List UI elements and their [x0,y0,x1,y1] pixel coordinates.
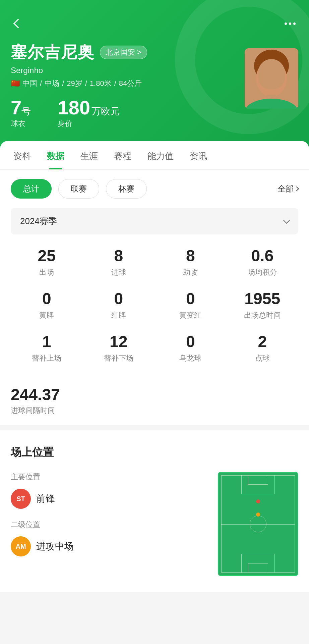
value-label: 身价 [58,119,120,129]
player-info-row: 塞尔吉尼奥 北京国安 > Serginho 🇨🇳 中国 / 中场 / 29岁 /… [11,42,298,129]
position-content: 主要位置 ST 前锋 二级位置 AM 进攻中场 [11,472,298,576]
avatar-svg [245,48,298,109]
more-options-button[interactable] [282,20,298,28]
yellow-label: 黄牌 [39,310,54,320]
goals-value: 8 [114,248,123,264]
stats-row-1: 25 出场 8 进球 8 助攻 0.6 场均积分 [11,248,298,277]
primary-position-group: 主要位置 ST 前锋 [11,472,207,509]
appearances-label: 出场 [39,267,54,277]
assists-label: 助攻 [183,267,198,277]
own-goal-value: 0 [186,334,195,350]
stat-total-time: 1955 出场总时间 [227,291,299,320]
secondary-pos-icon: AM [11,536,31,556]
chevron-right-icon [294,186,299,191]
yellow-value: 0 [42,291,51,307]
stats-row-3: 1 替补上场 12 替补下场 0 乌龙球 2 点球 [11,334,298,363]
tab-news[interactable]: 资讯 [182,141,215,169]
tab-schedule[interactable]: 赛程 [106,141,139,169]
top-bar [11,16,298,31]
filter-row: 总计 联赛 杯赛 全部 [0,170,309,208]
tab-stats[interactable]: 数据 [39,141,72,169]
primary-position-title: 主要位置 [11,472,207,482]
primary-position-badge: ST 前锋 [11,489,207,509]
stats-row-2: 0 黄牌 0 红牌 0 黄变红 1955 出场总时间 [11,291,298,320]
separator: / [85,79,87,88]
sub-in-value: 1 [42,334,51,350]
age: 29岁 [67,78,82,89]
dot-icon [285,22,287,25]
appearances-value: 25 [38,248,56,264]
goal-interval-value: 244.37 [11,387,298,403]
primary-pos-icon: ST [11,489,31,509]
svg-point-1 [254,50,289,82]
main-content-card: 资料 数据 生涯 赛程 能力值 资讯 总计 联赛 杯赛 全部 2024赛季 25… [0,141,309,592]
yellow-red-label: 黄变红 [179,310,201,320]
svg-point-2 [256,60,287,97]
field-penalty-top [241,475,275,494]
stat-appearances: 25 出场 [11,248,83,277]
assists-value: 8 [186,248,195,264]
tab-career[interactable]: 生涯 [72,141,106,169]
player-name-row: 塞尔吉尼奥 北京国安 > [11,42,245,63]
position-labels: 主要位置 ST 前锋 二级位置 AM 进攻中场 [11,472,207,566]
dot-icon [289,22,291,25]
height: 1.80米 [90,78,112,89]
field-center-circle [250,516,266,532]
separator: / [40,79,42,88]
tab-profile[interactable]: 资料 [5,141,39,169]
stat-yellow: 0 黄牌 [11,291,83,320]
player-stats-row: 7号 球衣 180万欧元 身价 [11,98,245,129]
team-badge[interactable]: 北京国安 > [100,46,147,59]
solo-stat: 244.37 进球间隔时间 [0,383,309,422]
season-selector[interactable]: 2024赛季 [11,208,298,234]
back-button[interactable] [11,16,25,31]
player-name-cn: 塞尔吉尼奥 [11,42,95,63]
filter-all-button[interactable]: 全部 [277,183,298,194]
player-name-en: Serginho [11,66,245,75]
nationality: 中国 [22,78,37,89]
svg-point-4 [275,73,280,77]
stat-sub-in: 1 替补上场 [11,334,83,363]
own-goal-label: 乌龙球 [179,353,201,363]
stat-own-goal: 0 乌龙球 [154,334,227,363]
flag-icon: 🇨🇳 [11,79,20,88]
football-field [218,472,298,576]
weight: 84公斤 [119,78,142,89]
dot-icon [293,22,296,25]
red-value: 0 [114,291,123,307]
primary-pos-label: 前锋 [36,492,55,505]
jersey-label: 球衣 [11,119,31,129]
field-penalty-bottom [241,554,275,573]
separator: / [62,79,64,88]
goals-label: 进球 [111,267,126,277]
separator: / [114,79,116,88]
secondary-position-group: 二级位置 AM 进攻中场 [11,520,207,556]
back-arrow-icon [13,19,23,28]
filter-total[interactable]: 总计 [11,179,52,199]
sub-out-value: 12 [110,334,127,350]
goal-interval-label: 进球间隔时间 [11,406,298,416]
sub-out-label: 替补下场 [104,353,133,363]
tab-ability[interactable]: 能力值 [139,141,182,169]
filter-league[interactable]: 联赛 [58,179,99,199]
jersey-number: 7号 [11,98,31,117]
stat-assists: 8 助攻 [154,248,227,277]
header-section: 塞尔吉尼奥 北京国安 > Serginho 🇨🇳 中国 / 中场 / 29岁 /… [0,0,309,149]
secondary-position-title: 二级位置 [11,520,207,530]
position: 中场 [45,78,59,89]
avatar-face [245,48,298,109]
stat-avg-score: 0.6 场均积分 [227,248,299,277]
player-text: 塞尔吉尼奥 北京国安 > Serginho 🇨🇳 中国 / 中场 / 29岁 /… [11,42,245,129]
filter-cup[interactable]: 杯赛 [106,179,147,199]
tabs-row: 资料 数据 生涯 赛程 能力值 资讯 [0,141,309,170]
penalty-label: 点球 [255,353,270,363]
avg-score-label: 场均积分 [248,267,277,277]
jersey-stat: 7号 球衣 [11,98,31,129]
avg-score-value: 0.6 [251,248,273,264]
player-meta: 🇨🇳 中国 / 中场 / 29岁 / 1.80米 / 84公斤 [11,78,245,89]
secondary-position-dot [256,513,260,517]
sub-in-label: 替补上场 [32,353,61,363]
red-label: 红牌 [111,310,126,320]
yellow-red-value: 0 [186,291,195,307]
total-time-label: 出场总时间 [244,310,281,320]
